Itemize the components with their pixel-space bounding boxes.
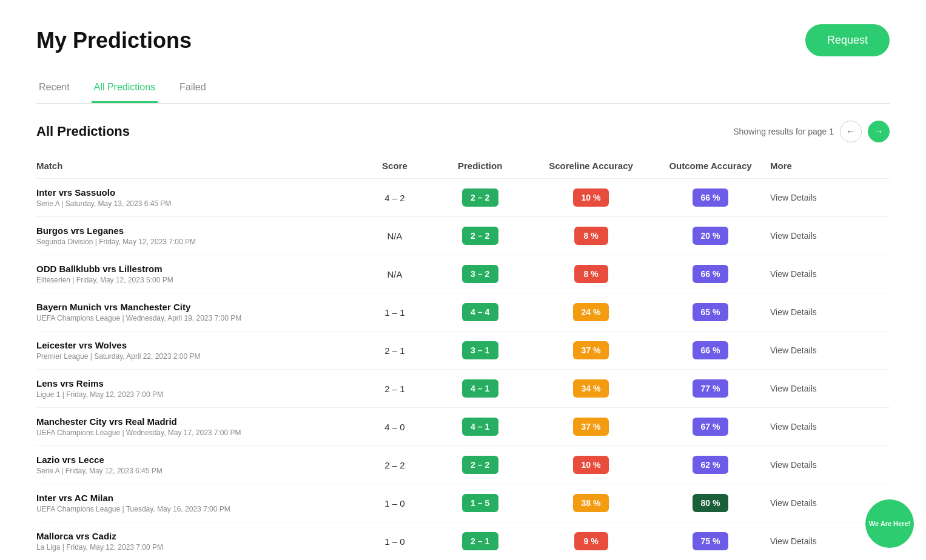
match-cell: Lens vrs Reims Ligue 1 | Friday, May 12,… [36,370,361,408]
outcome-badge: 66 % [693,265,729,283]
match-cell: ODD Ballklubb vrs Lillestrom Eliteserien… [36,255,361,293]
match-info: UEFA Champions League | Wednesday, April… [36,314,361,322]
match-name: Leicester vrs Wolves [36,340,361,350]
table-row: Bayern Munich vrs Manchester City UEFA C… [36,293,890,332]
table-row: ODD Ballklubb vrs Lillestrom Eliteserien… [36,255,890,293]
match-info: Eliteserien | Friday, May 12, 2023 5:00 … [36,276,361,284]
match-name: Lazio vrs Lecce [36,455,361,465]
request-button[interactable]: Request [805,24,890,56]
view-details-link[interactable]: View Details [770,422,817,432]
scoreline-cell: 34 % [531,370,651,408]
prediction-badge: 3 – 1 [462,341,498,359]
more-cell: View Details [770,408,890,446]
scoreline-badge: 37 % [573,341,609,359]
match-info: Ligue 1 | Friday, May 12, 2023 7:00 PM [36,390,361,399]
match-name: Inter vrs AC Milan [36,493,361,503]
score-cell: N/A [361,255,429,293]
pagination-area: Showing results for page 1 ← → [733,121,890,142]
score-cell: 1 – 0 [361,522,429,561]
prediction-cell: 2 – 1 [429,522,531,561]
match-cell: Mallorca vrs Cadiz La Liga | Friday, May… [36,522,361,561]
outcome-cell: 80 % [651,484,770,522]
table-row: Inter vrs AC Milan UEFA Champions League… [36,484,890,522]
prediction-cell: 4 – 4 [429,293,531,332]
view-details-link[interactable]: View Details [770,345,817,355]
prediction-badge: 2 – 1 [462,532,498,550]
outcome-badge: 66 % [693,341,729,359]
scoreline-cell: 9 % [531,522,651,561]
tab-all-predictions[interactable]: All Predictions [92,76,158,103]
match-cell: Inter vrs AC Milan UEFA Champions League… [36,484,361,522]
next-page-button[interactable]: → [868,121,890,142]
scoreline-cell: 10 % [531,179,651,217]
col-header-score: Score [361,155,429,179]
view-details-link[interactable]: View Details [770,193,817,202]
scoreline-cell: 37 % [531,332,651,370]
outcome-cell: 20 % [651,217,770,255]
score-cell: 2 – 1 [361,332,429,370]
scoreline-badge: 10 % [573,456,609,474]
view-details-link[interactable]: View Details [770,384,817,393]
view-details-link[interactable]: View Details [770,498,817,508]
table-row: Mallorca vrs Cadiz La Liga | Friday, May… [36,522,890,561]
table-row: Manchester City vrs Real Madrid UEFA Cha… [36,408,890,446]
match-info: La Liga | Friday, May 12, 2023 7:00 PM [36,543,361,552]
prediction-badge: 2 – 2 [462,227,498,245]
section-title: All Predictions [36,124,130,139]
prev-page-button[interactable]: ← [840,121,862,142]
match-cell: Manchester City vrs Real Madrid UEFA Cha… [36,408,361,446]
tab-failed[interactable]: Failed [177,76,209,103]
prediction-cell: 3 – 1 [429,332,531,370]
more-cell: View Details [770,332,890,370]
table-row: Burgos vrs Leganes Segunda División | Fr… [36,217,890,255]
scoreline-cell: 38 % [531,484,651,522]
page-title: My Predictions [36,28,192,53]
tabs-nav: Recent All Predictions Failed [36,76,890,104]
view-details-link[interactable]: View Details [770,231,817,241]
outcome-badge: 65 % [693,303,729,321]
tab-recent[interactable]: Recent [36,76,72,103]
score-cell: 2 – 2 [361,446,429,484]
scoreline-cell: 37 % [531,408,651,446]
match-name: Lens vrs Reims [36,378,361,388]
outcome-cell: 66 % [651,255,770,293]
outcome-cell: 75 % [651,522,770,561]
watermark-badge[interactable]: We Are Here! [865,499,914,548]
view-details-link[interactable]: View Details [770,307,817,317]
match-name: Inter vrs Sassuolo [36,187,361,198]
prediction-cell: 4 – 1 [429,370,531,408]
scoreline-badge: 34 % [573,379,609,398]
col-header-scoreline: Scoreline Accuracy [531,155,651,179]
outcome-cell: 67 % [651,408,770,446]
view-details-link[interactable]: View Details [770,460,817,470]
more-cell: View Details [770,179,890,217]
prediction-badge: 3 – 2 [462,265,498,283]
match-info: Serie A | Saturday, May 13, 2023 6:45 PM [36,199,361,208]
col-header-match: Match [36,155,361,179]
view-details-link[interactable]: View Details [770,269,817,279]
pagination-text: Showing results for page 1 [733,127,834,136]
view-details-link[interactable]: View Details [770,536,817,546]
score-cell: 1 – 1 [361,293,429,332]
outcome-badge: 66 % [693,188,729,207]
outcome-cell: 77 % [651,370,770,408]
prediction-badge: 4 – 1 [462,379,498,398]
col-header-more: More [770,155,890,179]
outcome-badge: 75 % [693,532,729,550]
outcome-cell: 65 % [651,293,770,332]
scoreline-badge: 24 % [573,303,609,321]
scoreline-cell: 24 % [531,293,651,332]
match-cell: Bayern Munich vrs Manchester City UEFA C… [36,293,361,332]
match-cell: Leicester vrs Wolves Premier League | Sa… [36,332,361,370]
outcome-badge: 62 % [693,456,729,474]
scoreline-badge: 38 % [573,494,609,512]
match-info: Serie A | Friday, May 12, 2023 6:45 PM [36,467,361,475]
scoreline-badge: 9 % [574,532,608,550]
table-row: Inter vrs Sassuolo Serie A | Saturday, M… [36,179,890,217]
match-name: Burgos vrs Leganes [36,225,361,236]
outcome-badge: 77 % [693,379,729,398]
more-cell: View Details [770,446,890,484]
outcome-badge: 80 % [693,494,729,512]
match-cell: Lazio vrs Lecce Serie A | Friday, May 12… [36,446,361,484]
table-row: Lens vrs Reims Ligue 1 | Friday, May 12,… [36,370,890,408]
